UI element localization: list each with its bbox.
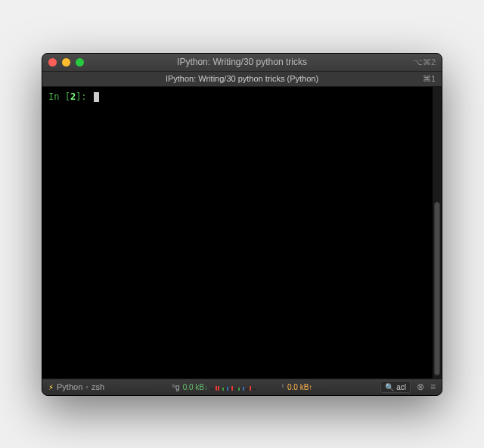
titlebar-right-indicator: ⌥⌘2: [413, 57, 436, 67]
window-title: IPython: Writing/30 python tricks: [42, 57, 442, 67]
status-search[interactable]: 🔍 acl: [380, 381, 411, 393]
lightning-icon: ⚡︎: [48, 383, 54, 391]
terminal-output[interactable]: In [2]:: [42, 87, 433, 378]
close-icon[interactable]: [48, 58, 57, 66]
search-input[interactable]: acl: [396, 383, 406, 391]
terminal-area: In [2]:: [42, 87, 442, 378]
tabbar: IPython: Writing/30 python tricks (Pytho…: [42, 72, 442, 87]
tab-index: ⌘1: [423, 74, 436, 84]
cursor-icon: [94, 92, 99, 102]
hamburger-icon[interactable]: ≡: [430, 382, 436, 392]
clear-icon[interactable]: ⊗: [417, 382, 424, 392]
net-prefix: ᵇg: [172, 383, 180, 391]
status-right: 🔍 acl ⊗ ≡: [380, 381, 436, 393]
prompt-prefix: In [: [48, 91, 70, 102]
statusbar: ⚡︎ Python • zsh ᵇg 0.0 kB↓ ᵗ 0.0 kB↑ 🔍 a…: [42, 378, 442, 395]
prompt-suffix: ]:: [76, 91, 92, 102]
ipython-prompt: In [2]:: [48, 91, 92, 102]
search-icon: 🔍: [385, 383, 394, 391]
titlebar: IPython: Writing/30 python tricks ⌥⌘2: [42, 54, 442, 72]
scrollbar[interactable]: [433, 87, 442, 378]
status-left: ⚡︎ Python • zsh: [48, 382, 104, 391]
traffic-lights: [48, 58, 84, 66]
status-process: Python: [57, 382, 82, 391]
status-network: ᵇg 0.0 kB↓ ᵗ 0.0 kB↑: [110, 383, 374, 391]
scroll-thumb[interactable]: [434, 202, 440, 375]
tab-ipython[interactable]: IPython: Writing/30 python tricks (Pytho…: [42, 72, 442, 86]
terminal-window: IPython: Writing/30 python tricks ⌥⌘2 IP…: [42, 53, 442, 396]
net-down: 0.0 kB↓: [183, 383, 208, 391]
tab-label: IPython: Writing/30 python tricks (Pytho…: [166, 74, 318, 83]
status-separator: •: [85, 382, 88, 391]
net-up: 0.0 kB↑: [287, 383, 312, 391]
minimize-icon[interactable]: [62, 58, 70, 66]
net-chart-icon: [211, 383, 279, 391]
maximize-icon[interactable]: [76, 58, 84, 66]
net-suffix: ᵗ: [282, 383, 284, 391]
status-shell: zsh: [92, 382, 104, 391]
